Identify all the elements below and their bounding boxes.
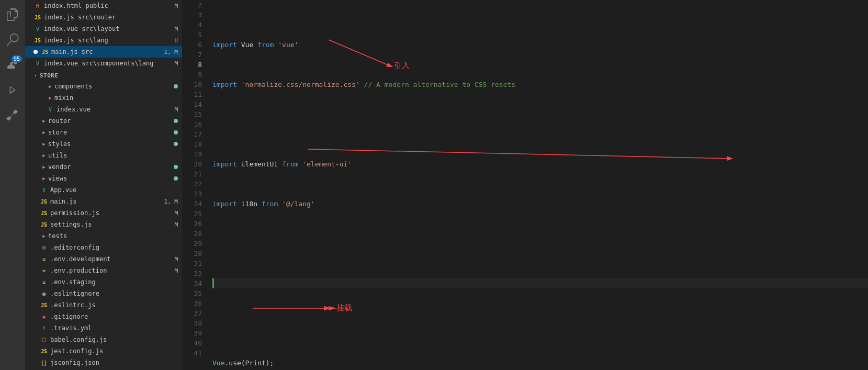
file-badge: U [174,37,178,44]
folder-label: components [54,83,92,90]
svg-marker-4 [329,306,336,310]
file-label: .gitignore [50,313,88,320]
sidebar-item-utils[interactable]: ▶ utils [25,150,182,161]
sidebar-item-main-js[interactable]: JS main.js 1, M [25,196,182,207]
file-badge: 1, M [164,198,178,205]
sidebar-item-travis-yml[interactable]: ! .travis.yml [25,322,182,334]
folder-arrow: ▶ [40,163,48,171]
code-area[interactable]: 2 3 4 5 6 7 8 9 10 11 14 15 16 17 18 19 … [182,0,868,370]
js-file-icon: JS [40,220,48,229]
file-badge: M [174,267,178,274]
folder-label: utils [48,152,67,159]
env-file-icon: ≡ [40,278,48,286]
dot-badge [174,165,178,169]
sidebar-item-router[interactable]: ▶ router [25,115,182,127]
sidebar-item-index-js-router[interactable]: JS index.js src\router [25,12,182,23]
run-icon[interactable] [0,77,25,103]
extensions-icon[interactable] [0,103,25,128]
config-file-icon: ⚙ [40,243,48,252]
store-section-label[interactable]: ▾ STORE [25,69,182,81]
sidebar-item-env-production[interactable]: ≡ .env.production M [25,265,182,276]
source-control-badge: 95 [12,55,22,62]
js-file-icon: JS [40,347,48,355]
sidebar-item-jsconfig-json[interactable]: {} jsconfig.json [25,357,182,368]
sidebar-item-settings-js[interactable]: JS settings.js M [25,219,182,230]
svg-text:挂载: 挂载 [336,303,352,312]
file-badge: M [174,221,178,228]
sidebar-item-env-development[interactable]: ≡ .env.development M [25,253,182,265]
sidebar-item-vendor[interactable]: ▶ vendor [25,161,182,173]
sidebar-item-index-vue-store[interactable]: V index.vue M [25,104,182,115]
folder-label: router [48,117,71,125]
sidebar-item-index-vue-components-lang[interactable]: V index.vue src\components\lang M [25,58,182,69]
folder-label: views [48,175,67,182]
folder-arrow: ▶ [46,94,54,102]
vue-file-icon: V [33,25,42,33]
svg-text:引入: 引入 [394,61,410,70]
code-line-5: import ElementUI from 'element-ui' [212,159,868,169]
vue-file-icon: V [33,59,42,68]
sidebar-item-jest-config-js[interactable]: JS jest.config.js [25,345,182,357]
sidebar-item-main-js[interactable]: JS main.js src 1, M [25,46,182,58]
file-label: jest.config.js [50,347,103,355]
sidebar-item-babel-config-js[interactable]: ⬡ babel.config.js [25,334,182,345]
dot-badge [174,130,178,134]
file-label: .env.staging [50,278,96,286]
code-line-8 [212,278,868,288]
file-label: jsconfig.json [50,359,99,366]
activity-bar: 95 [0,0,25,370]
vue-file-icon: V [40,186,48,194]
code-line-9 [212,318,868,328]
sidebar-item-index-js-lang[interactable]: JS index.js src\lang U [25,35,182,46]
folder-label: vendor [48,163,71,171]
search-icon[interactable] [0,27,25,52]
file-badge: M [174,106,178,113]
dot-badge [174,84,178,88]
sidebar-item-styles[interactable]: ▶ styles [25,138,182,150]
file-label: .editorconfig [50,244,99,251]
sidebar-item-gitignore[interactable]: ◆ .gitignore [25,311,182,322]
js-file-icon: JS [40,197,48,206]
sidebar-item-mixin[interactable]: ▶ mixin [25,92,182,104]
sidebar-item-store[interactable]: ▶ store [25,127,182,138]
file-label: main.js src [51,48,93,55]
file-badge: M [174,210,178,217]
sidebar-item-views[interactable]: ▶ views [25,173,182,184]
sidebar-item-index-vue-layout[interactable]: V index.vue src\layout M [25,23,182,35]
js-file-icon: JS [40,301,48,309]
folder-arrow: ▶ [40,117,48,125]
source-control-icon[interactable]: 95 [0,52,25,77]
file-label: index.vue src\components\lang [44,60,154,67]
explorer-icon[interactable] [0,2,25,27]
folder-arrow: ▶ [40,140,48,148]
file-badge: M [174,256,178,263]
sidebar-item-eslintrc-js[interactable]: JS .eslintrc.js [25,299,182,311]
js-file-icon: JS [40,209,48,217]
folder-label: styles [48,140,71,148]
folder-arrow: ▶ [40,151,48,160]
sidebar-item-editorconfig[interactable]: ⚙ .editorconfig [25,242,182,253]
sidebar-item-env-staging[interactable]: ≡ .env.staging [25,276,182,288]
dot-badge [174,176,178,181]
file-label: index.vue [57,106,91,113]
active-dot [33,50,38,54]
line-numbers: 2 3 4 5 6 7 8 9 10 11 14 15 16 17 18 19 … [182,0,208,370]
file-label: index.html public [44,2,108,9]
sidebar-item-permission-js[interactable]: JS permission.js M [25,207,182,219]
code-line-10: Vue.use(Print); [212,358,868,368]
dot-badge [174,142,178,146]
sidebar-item-index-html-public[interactable]: H index.html public M [25,0,182,12]
file-label: index.vue src\layout [44,25,120,32]
sidebar-item-components[interactable]: ▶ components [25,81,182,92]
folder-label: mixin [54,94,73,102]
sidebar-item-app-vue[interactable]: V App.vue [25,184,182,196]
file-badge: M [174,3,178,9]
config-file-icon: ● [40,289,48,298]
sidebar-item-eslintignore[interactable]: ● .eslintignore [25,288,182,299]
svg-line-2 [308,149,731,159]
sidebar-item-tests[interactable]: ▶ tests [25,230,182,242]
code-line-4 [212,119,868,129]
file-badge: M [174,26,178,32]
code-line-6: import i18n from '@/lang' [212,199,868,209]
file-label: .eslintrc.js [50,301,96,309]
